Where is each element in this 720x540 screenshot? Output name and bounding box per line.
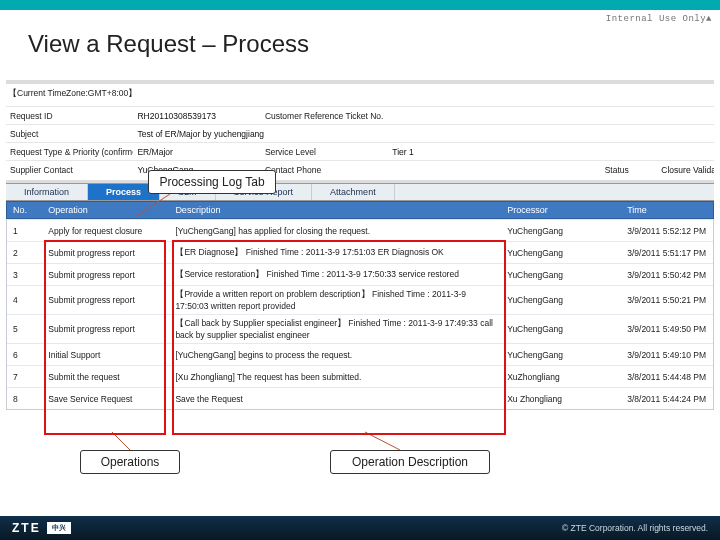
cell-proc: YuChengGang: [501, 321, 621, 337]
svg-line-2: [365, 432, 400, 450]
col-time: Time: [621, 202, 713, 218]
cell-proc: Xu Zhongliang: [501, 391, 621, 407]
accent-bar: [0, 0, 720, 10]
callout-operations: Operations: [80, 450, 180, 474]
cell-desc: [YuChengGang] has applied for closing th…: [169, 223, 501, 239]
value-request-id: RH20110308539173: [133, 109, 260, 123]
cell-no: 1: [7, 223, 42, 239]
cell-no: 2: [7, 245, 42, 261]
label-type-priority: Request Type & Priority (confirmed): [6, 145, 133, 159]
cell-no: 7: [7, 369, 42, 385]
value-service-level: Tier 1: [388, 145, 600, 159]
label-service-level: Service Level: [261, 145, 388, 159]
label-status: Status: [601, 163, 658, 177]
table-row: 2Submit progress report【ER Diagnose】 Fin…: [7, 241, 713, 263]
cell-op: Submit progress report: [42, 292, 169, 308]
tab-information[interactable]: Information: [6, 184, 88, 200]
timezone-label: 【Current TimeZone:GMT+8:00】: [6, 84, 714, 106]
footer-logo: ZTE 中兴: [12, 521, 71, 535]
label-contact-phone: Contact Phone: [261, 163, 388, 177]
cell-proc: YuChengGang: [501, 223, 621, 239]
cell-proc: YuChengGang: [501, 347, 621, 363]
cell-op: Save Service Request: [42, 391, 169, 407]
tabs: Information Process SLM Service Report A…: [6, 183, 714, 201]
cell-desc: 【ER Diagnose】 Finished Time : 2011-3-9 1…: [169, 244, 501, 262]
form-row-contact: Supplier Contact YuChengGang Contact Pho…: [6, 160, 714, 178]
label-subject: Subject: [6, 127, 133, 141]
cell-desc: 【Provide a written report on problem des…: [169, 286, 501, 314]
cell-no: 6: [7, 347, 42, 363]
logo-text: ZTE: [12, 521, 41, 535]
form-row-type: Request Type & Priority (confirmed) ER/M…: [6, 142, 714, 160]
cell-no: 5: [7, 321, 42, 337]
cell-op: Submit progress report: [42, 245, 169, 261]
value-status: Closure Validating: [657, 163, 714, 177]
connector-ops: [110, 430, 150, 452]
table-row: 4Submit progress report【Provide a writte…: [7, 285, 713, 314]
cell-time: 3/8/2011 5:44:48 PM: [621, 369, 713, 385]
classification: Internal Use Only▲: [606, 14, 712, 24]
label-customer-ref: Customer Reference Ticket No.: [261, 109, 388, 123]
footer: ZTE 中兴 © ZTE Corporation. All rights res…: [0, 516, 720, 540]
col-operation: Operation: [42, 202, 169, 218]
cell-proc: YuChengGang: [501, 292, 621, 308]
footer-copyright: © ZTE Corporation. All rights reserved.: [562, 523, 708, 533]
col-description: Description: [169, 202, 501, 218]
value-contact-phone: [388, 168, 600, 172]
cell-time: 3/9/2011 5:51:17 PM: [621, 245, 713, 261]
cell-op: Submit progress report: [42, 321, 169, 337]
cell-no: 4: [7, 292, 42, 308]
table-row: 1Apply for request closure[YuChengGang] …: [7, 219, 713, 241]
tab-attachment[interactable]: Attachment: [312, 184, 395, 200]
cell-proc: YuChengGang: [501, 267, 621, 283]
label-supplier-contact: Supplier Contact: [6, 163, 133, 177]
form-row-requestid: Request ID RH20110308539173 Customer Ref…: [6, 106, 714, 124]
cell-time: 3/9/2011 5:49:10 PM: [621, 347, 713, 363]
value-customer-ref: [388, 114, 600, 118]
cell-proc: YuChengGang: [501, 245, 621, 261]
cell-time: 3/8/2011 5:44:24 PM: [621, 391, 713, 407]
cell-op: Apply for request closure: [42, 223, 169, 239]
callout-processing-log-tab: Processing Log Tab: [148, 170, 276, 194]
log-rows: 1Apply for request closure[YuChengGang] …: [6, 219, 714, 410]
value-subject: Test of ER/Major by yuchengjiang: [133, 127, 714, 141]
table-row: 8Save Service RequestSave the RequestXu …: [7, 387, 713, 409]
cell-desc: [YuChengGang] begins to process the requ…: [169, 347, 501, 363]
table-row: 3Submit progress report【Service restorat…: [7, 263, 713, 285]
cell-no: 8: [7, 391, 42, 407]
col-processor: Processor: [501, 202, 621, 218]
callout-operation-description: Operation Description: [330, 450, 490, 474]
cell-time: 3/9/2011 5:50:42 PM: [621, 267, 713, 283]
col-no: No.: [7, 202, 42, 218]
cell-op: Initial Support: [42, 347, 169, 363]
form-row-subject: Subject Test of ER/Major by yuchengjiang: [6, 124, 714, 142]
cell-desc: Save the Request: [169, 391, 501, 407]
label-request-id: Request ID: [6, 109, 133, 123]
cell-op: Submit the request: [42, 369, 169, 385]
cell-time: 3/9/2011 5:50:21 PM: [621, 292, 713, 308]
table-row: 5Submit progress report【Call back by Sup…: [7, 314, 713, 343]
table-row: 7Submit the request[Xu Zhongliang] The r…: [7, 365, 713, 387]
table-row: 6Initial Support[YuChengGang] begins to …: [7, 343, 713, 365]
log-header: No. Operation Description Processor Time: [6, 201, 714, 219]
cell-no: 3: [7, 267, 42, 283]
cell-time: 3/9/2011 5:49:50 PM: [621, 321, 713, 337]
logo-sub: 中兴: [47, 522, 71, 534]
app-panel: 【Current TimeZone:GMT+8:00】 Request ID R…: [6, 80, 714, 410]
cell-desc: 【Service restoration】 Finished Time : 20…: [169, 266, 501, 284]
cell-desc: 【Call back by Supplier specialist engine…: [169, 315, 501, 343]
cell-time: 3/9/2011 5:52:12 PM: [621, 223, 713, 239]
cell-op: Submit progress report: [42, 267, 169, 283]
connector-desc: [360, 430, 410, 452]
cell-proc: XuZhongliang: [501, 369, 621, 385]
cell-desc: [Xu Zhongliang] The request has been sub…: [169, 369, 501, 385]
svg-line-1: [112, 432, 130, 450]
value-type-priority: ER/Major: [133, 145, 260, 159]
